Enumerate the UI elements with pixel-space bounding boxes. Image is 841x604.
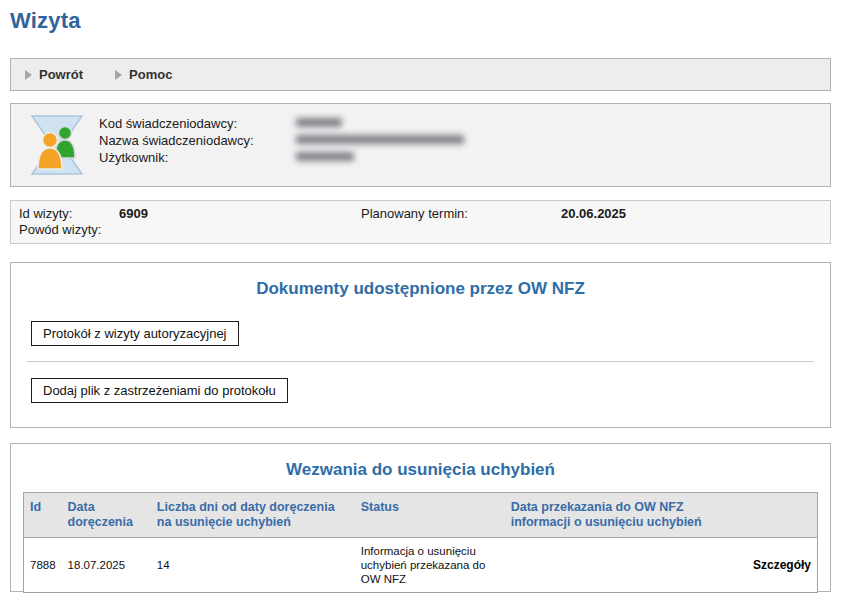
- help-button-label: Pomoc: [129, 67, 172, 82]
- cell-id: 7888: [24, 538, 62, 593]
- column-header-status: Status: [355, 493, 505, 538]
- column-header-delivery-date: Data doręczenia: [62, 493, 151, 538]
- planned-date-value: 20.06.2025: [561, 206, 822, 222]
- column-header-id: Id: [24, 493, 62, 538]
- visit-info-panel: Id wizyty: 6909 Planowany termin: 20.06.…: [10, 200, 831, 244]
- provider-info-panel: Kod świadczeniodawcy: Nazwa świadczeniod…: [10, 103, 831, 187]
- column-header-info-date: Data przekazania do OW NFZ informacji o …: [505, 493, 740, 538]
- provider-code-label: Kod świadczeniodawcy:: [99, 115, 296, 132]
- violations-section: Wezwania do usunięcia uchybień Id Data d…: [10, 443, 831, 592]
- provider-name-value-redacted: [296, 135, 464, 144]
- help-button[interactable]: Pomoc: [115, 67, 172, 82]
- column-header-days: Liczba dni od daty doręczenia na usunięc…: [151, 493, 355, 538]
- details-link[interactable]: Szczegóły: [753, 558, 811, 572]
- visit-page: Wizyta Powrót Pomoc Kod świadczeniodawcy…: [0, 8, 841, 592]
- visit-id-value: 6909: [119, 206, 361, 222]
- provider-user-label: Użytkownik:: [99, 149, 296, 166]
- page-title: Wizyta: [10, 8, 831, 34]
- cell-details: Szczegóły: [740, 538, 818, 593]
- provider-users-icon: [29, 114, 85, 176]
- visit-id-label: Id wizyty:: [19, 206, 119, 222]
- arrow-right-icon: [115, 70, 122, 80]
- planned-date-label: Planowany termin:: [361, 206, 561, 222]
- visit-reason-value: [119, 222, 361, 238]
- visit-reason-label: Powód wizyty:: [19, 222, 119, 238]
- violations-header-row: Id Data doręczenia Liczba dni od daty do…: [24, 493, 818, 538]
- documents-section: Dokumenty udostępnione przez OW NFZ Prot…: [10, 262, 831, 428]
- provider-labels: Kod świadczeniodawcy: Nazwa świadczeniod…: [99, 114, 296, 166]
- cell-delivery-date: 18.07.2025: [62, 538, 151, 593]
- cell-info-date: [505, 538, 740, 593]
- violations-section-heading: Wezwania do usunięcia uchybień: [23, 460, 818, 480]
- column-header-details: [740, 493, 818, 538]
- cell-status: Informacja o usunięciu uchybień przekaza…: [355, 538, 505, 593]
- provider-name-label: Nazwa świadczeniodawcy:: [99, 132, 296, 149]
- back-button[interactable]: Powrót: [25, 67, 83, 82]
- provider-values-redacted: [296, 114, 464, 169]
- provider-code-value-redacted: [296, 118, 342, 127]
- toolbar: Powrót Pomoc: [10, 58, 831, 91]
- add-file-button[interactable]: Dodaj plik z zastrzeżeniami do protokołu: [31, 378, 288, 403]
- violations-table: Id Data doręczenia Liczba dni od daty do…: [23, 492, 818, 593]
- back-button-label: Powrót: [39, 67, 83, 82]
- table-row: 7888 18.07.2025 14 Informacja o usunięci…: [24, 538, 818, 593]
- provider-user-value-redacted: [296, 152, 354, 161]
- section-divider: [27, 361, 814, 362]
- arrow-right-icon: [25, 70, 32, 80]
- cell-days: 14: [151, 538, 355, 593]
- documents-section-heading: Dokumenty udostępnione przez OW NFZ: [23, 279, 818, 299]
- protocol-button[interactable]: Protokół z wizyty autoryzacyjnej: [31, 321, 239, 346]
